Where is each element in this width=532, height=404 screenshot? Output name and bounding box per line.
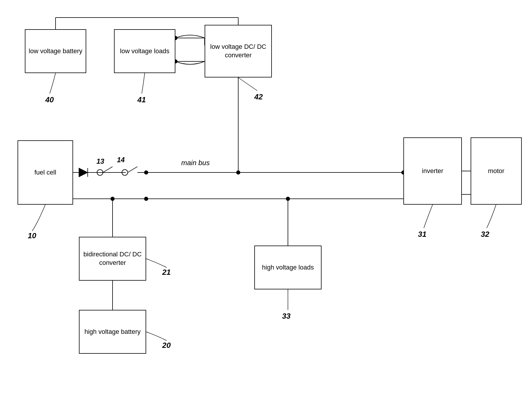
low-voltage-battery-label: low voltage battery: [29, 47, 82, 56]
inverter-box: inverter: [403, 137, 462, 205]
bidirectional-dcdc-label: bidirectional DC/ DC converter: [82, 250, 143, 267]
svg-text:31: 31: [418, 230, 426, 239]
svg-text:13: 13: [96, 157, 104, 165]
high-voltage-loads-box: high voltage loads: [254, 246, 322, 289]
svg-text:41: 41: [137, 95, 146, 104]
diagram-container: main bus 13 14 10 40 41 42 21 20 33 31 3…: [0, 0, 532, 404]
svg-text:20: 20: [162, 341, 171, 350]
svg-line-8: [128, 167, 137, 172]
inverter-label: inverter: [422, 167, 443, 175]
svg-point-33: [110, 197, 115, 201]
svg-text:main bus: main bus: [181, 159, 210, 167]
svg-marker-1: [79, 168, 88, 177]
high-voltage-loads-label: high voltage loads: [262, 263, 314, 272]
low-voltage-dcdc-label: low voltage DC/ DC converter: [208, 43, 269, 59]
svg-text:21: 21: [162, 268, 171, 277]
fuel-cell-box: fuel cell: [18, 140, 73, 205]
low-voltage-loads-box: low voltage loads: [114, 29, 175, 73]
low-voltage-battery-box: low voltage battery: [25, 29, 86, 73]
svg-text:42: 42: [254, 92, 263, 101]
high-voltage-battery-label: high voltage battery: [84, 328, 141, 336]
motor-label: motor: [488, 167, 504, 175]
bidirectional-dcdc-box: bidirectional DC/ DC converter: [79, 237, 146, 281]
fuel-cell-label: fuel cell: [34, 168, 56, 177]
low-voltage-dcdc-box: low voltage DC/ DC converter: [205, 25, 272, 77]
svg-text:40: 40: [45, 95, 54, 104]
high-voltage-battery-box: high voltage battery: [79, 310, 146, 354]
svg-text:14: 14: [117, 156, 125, 164]
low-voltage-loads-label: low voltage loads: [120, 47, 170, 56]
svg-line-5: [103, 167, 113, 172]
svg-text:10: 10: [28, 231, 36, 240]
svg-text:33: 33: [282, 312, 291, 320]
svg-text:32: 32: [481, 230, 489, 239]
motor-box: motor: [471, 137, 522, 205]
